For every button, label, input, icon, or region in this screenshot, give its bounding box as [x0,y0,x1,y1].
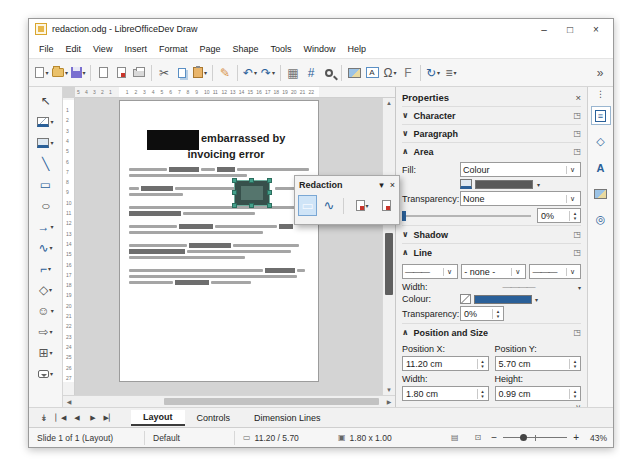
menu-view[interactable]: View [87,41,118,57]
tab-properties[interactable]: ≡ [591,106,611,125]
dropdown-icon[interactable]: ▾ [578,284,581,291]
panel-close-icon[interactable]: × [575,92,581,103]
horizontal-scroll-thumb[interactable] [164,398,379,405]
toolbar-menu-icon[interactable]: ▾ [379,180,384,190]
line-cap-select[interactable]: ——— ∨ [529,264,581,279]
width-spinner[interactable]: 1.80 cm ▴▾ [402,386,489,401]
selection-handle[interactable] [249,203,254,208]
selection-handle[interactable] [267,190,272,195]
slider-knob[interactable] [402,211,406,221]
spin-down-icon[interactable]: ▾ [497,314,500,319]
spin-down-icon[interactable]: ▾ [574,216,577,221]
insert-image-button[interactable] [345,63,363,83]
arrow-style-select[interactable]: - none - ∨ [461,264,526,279]
close-button[interactable]: × [583,24,609,35]
redaction-box[interactable] [169,167,199,173]
toolbar-close-icon[interactable]: × [390,180,395,190]
clone-formatting-button[interactable]: ✎ [216,63,234,83]
symbol-shapes-tool[interactable]: ☺▾ [31,300,61,321]
fontwork-button[interactable]: F [399,63,417,83]
horizontal-ruler[interactable]: 6543211234567891011121314151617181920212… [75,87,395,98]
redaction-box[interactable] [129,249,185,255]
line-transparency-spinner[interactable]: 0% ▴▾ [460,306,504,321]
redaction-box[interactable] [179,224,213,230]
spin-down-icon[interactable]: ▾ [574,364,577,369]
dialog-launcher-icon[interactable]: ◳ [573,129,581,138]
scroll-up-icon[interactable]: ▲ [383,100,395,106]
zoom-level-value[interactable]: 43% [581,433,607,443]
menu-help[interactable]: Help [342,41,373,57]
dialog-launcher-icon[interactable]: ◳ [573,248,581,257]
undo-button[interactable]: ↶▾ [241,63,259,83]
block-arrows-tool[interactable]: ⇨▾ [31,321,61,342]
vertical-scrollbar[interactable]: ▲ ▼ [382,98,395,395]
redaction-toolbar-titlebar[interactable]: Redaction ▾ × [295,176,399,193]
menu-tools[interactable]: Tools [264,41,297,57]
layer-tab-dimension-lines[interactable]: Dimension Lines [242,411,333,425]
selected-image[interactable] [235,181,269,205]
line-color-tool[interactable]: ▾ [31,111,61,132]
freeform-redaction-button[interactable]: ∿ [319,195,338,216]
insert-line-tool[interactable]: ╲ [31,153,61,174]
tab-navigator[interactable]: ◎ [591,210,611,229]
section-paragraph[interactable]: ∨ Paragraph ◳ [402,124,581,142]
document-page[interactable]: embarrassed by invoicing error [119,100,319,382]
redo-button[interactable]: ↷▾ [259,63,277,83]
redacted-export-button[interactable] [377,195,396,216]
tab-shapes[interactable]: ◇ [591,132,611,151]
open-button[interactable]: ▾ [51,63,69,83]
maximize-button[interactable]: □ [557,24,583,35]
dropdown-icon[interactable]: ▾ [535,296,538,303]
connectors-tool[interactable]: ⌐▾ [31,258,61,279]
spin-down-icon[interactable]: ▾ [574,394,577,399]
layer-tab-layout[interactable]: Layout [131,410,185,426]
new-document-button[interactable]: ▾ [33,63,51,83]
selection-handle[interactable] [249,178,254,183]
redaction-box[interactable] [265,268,295,274]
redaction-box[interactable] [129,211,181,217]
toolbar-overflow-button[interactable]: » [591,63,609,83]
menu-window[interactable]: Window [298,41,342,57]
panel-scroll-down-icon[interactable]: ∨ [402,403,581,407]
height-spinner[interactable]: 0.99 cm ▴▾ [495,386,582,401]
fit-slide-icon[interactable]: ⊡ [475,433,482,442]
copy-button[interactable] [173,63,191,83]
scroll-down-icon[interactable]: ▼ [383,387,395,393]
section-position-size[interactable]: ∧ Position and Size ◳ [402,323,581,341]
zoom-button[interactable] [320,63,338,83]
scroll-right-icon[interactable]: ▶ [383,396,395,407]
fill-color-swatch[interactable] [475,180,533,189]
export-pdf-button[interactable] [112,63,130,83]
section-line[interactable]: ∧ Line ◳ [402,243,581,261]
select-tool[interactable]: ↖ [31,90,61,111]
lines-and-arrows-tool[interactable]: →▾ [31,216,61,237]
position-x-spinner[interactable]: 11.20 cm ▴▾ [402,356,489,371]
position-y-spinner[interactable]: 5.70 cm ▴▾ [495,356,582,371]
first-page-button[interactable]: ▏◀ [53,414,69,422]
basic-shapes-tool[interactable]: ◇▾ [31,279,61,300]
special-character-button[interactable]: Ω▾ [381,63,399,83]
insert-textbox-button[interactable]: A [363,63,381,83]
title-redaction-box[interactable] [147,130,199,150]
curves-polygons-tool[interactable]: ∿▾ [31,237,61,258]
scroll-left-icon[interactable]: ◀ [63,396,75,407]
menu-page[interactable]: Page [193,41,226,57]
menu-format[interactable]: Format [153,41,194,57]
section-area[interactable]: ∧ Area ◳ [402,142,581,160]
save-button[interactable]: ▾ [69,63,87,83]
selection-handle[interactable] [267,178,272,183]
transparency-slider[interactable] [402,210,531,222]
spin-down-icon[interactable]: ▾ [481,394,484,399]
zoom-out-button[interactable]: − [489,432,499,443]
collapse-toolbar-icon[interactable]: ↡ [35,413,53,423]
redaction-box[interactable] [141,186,173,192]
dialog-launcher-icon[interactable]: ◳ [573,111,581,120]
redaction-box[interactable] [279,224,293,230]
rectangle-tool[interactable]: ▭ [31,174,61,195]
callout-shapes-tool[interactable]: ▾ [31,363,61,384]
selection-handle[interactable] [267,203,272,208]
zoom-slider-knob[interactable] [520,434,527,441]
print-button[interactable] [130,63,148,83]
layer-tab-controls[interactable]: Controls [185,411,243,425]
redaction-box[interactable] [175,280,209,286]
